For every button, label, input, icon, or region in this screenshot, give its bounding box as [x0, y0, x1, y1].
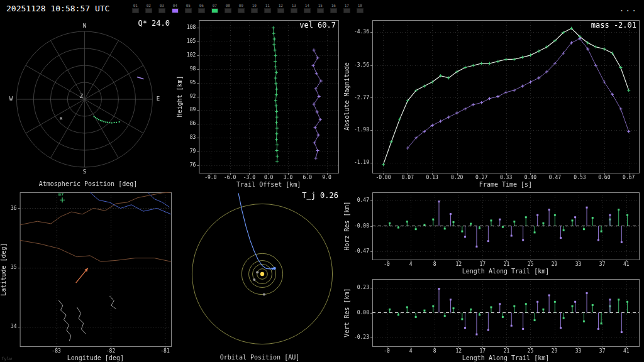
ground-map-chart: [0, 189, 176, 362]
station-state-box: [264, 8, 271, 13]
station-id-label: 09: [239, 3, 243, 8]
panel-atmospheric-position: [0, 16, 176, 189]
station-state-box: [158, 8, 165, 13]
timestamp: 20251128 10:58:57 UTC: [6, 4, 109, 13]
station-indicator-05[interactable]: 05: [184, 3, 192, 13]
station-indicator-02[interactable]: 02: [144, 3, 153, 13]
status-bar: 20251128 10:58:57 UTC 010203040506070809…: [0, 0, 644, 16]
station-state-box: [304, 8, 311, 13]
station-state-box: [185, 8, 192, 13]
panel-light-curve: [343, 16, 644, 189]
station-indicator-18[interactable]: 18: [355, 3, 364, 13]
station-state-box: [238, 8, 245, 13]
station-indicator-06[interactable]: 06: [197, 3, 206, 13]
station-indicator-04[interactable]: 04: [170, 3, 179, 13]
station-indicator-01[interactable]: 01: [131, 3, 140, 13]
vertical-residuals-chart: [343, 275, 644, 362]
station-indicator-16[interactable]: 16: [329, 3, 338, 13]
light-curve-chart: [343, 16, 644, 189]
overflow-menu-icon[interactable]: ...: [619, 4, 638, 13]
station-indicator-09[interactable]: 09: [236, 3, 245, 13]
horizontal-residuals-chart: [343, 189, 644, 275]
station-id-label: 07: [213, 3, 217, 8]
station-id-label: 05: [186, 3, 191, 8]
atmospheric-position-chart: [0, 16, 176, 189]
station-id-label: 17: [345, 3, 349, 8]
station-state-box: [172, 8, 179, 13]
station-indicator-03[interactable]: 03: [157, 3, 166, 13]
station-state-box: [211, 8, 218, 13]
station-id-label: 13: [292, 3, 296, 8]
station-id-label: 18: [358, 3, 362, 8]
station-state-box: [317, 8, 324, 13]
footer-tag: fylw: [1, 356, 12, 361]
station-indicator-08[interactable]: 08: [223, 3, 232, 13]
station-id-label: 01: [133, 3, 138, 8]
station-state-box: [343, 8, 350, 13]
station-id-label: 14: [305, 3, 309, 8]
station-id-label: 03: [160, 3, 164, 8]
station-id-label: 06: [199, 3, 204, 8]
station-indicator-12[interactable]: 12: [276, 3, 285, 13]
station-id-label: 10: [252, 3, 257, 8]
station-state-box: [330, 8, 337, 13]
station-indicator-10[interactable]: 10: [250, 3, 258, 13]
station-id-label: 04: [173, 3, 177, 8]
station-id-label: 11: [265, 3, 270, 8]
station-id-label: 12: [279, 3, 283, 8]
station-state-box: [277, 8, 284, 13]
panel-residuals: [343, 189, 644, 362]
station-id-label: 08: [226, 3, 230, 8]
station-state-box: [251, 8, 258, 13]
station-state-box: [132, 8, 139, 13]
station-state-box: [357, 8, 364, 13]
station-state-box: [225, 8, 231, 13]
station-state-box: [145, 8, 152, 13]
panel-grid: [0, 16, 644, 362]
panel-trail-offset: [176, 16, 343, 189]
panel-orbital-position: [176, 189, 343, 362]
station-state-box: [198, 8, 205, 13]
station-indicator-15[interactable]: 15: [316, 3, 325, 13]
station-indicator-14[interactable]: 14: [303, 3, 311, 13]
station-indicator-11[interactable]: 11: [263, 3, 272, 13]
panel-ground-map: [0, 189, 176, 362]
station-indicator-13[interactable]: 13: [289, 3, 298, 13]
station-list: 010203040506070809101112131415161718: [131, 3, 369, 13]
station-id-label: 02: [147, 3, 151, 8]
station-indicator-17[interactable]: 17: [342, 3, 351, 13]
station-indicator-07[interactable]: 07: [210, 3, 219, 13]
orbital-position-chart: [176, 189, 343, 362]
station-id-label: 16: [331, 3, 336, 8]
trail-offset-chart: [176, 16, 343, 189]
station-id-label: 15: [318, 3, 323, 8]
station-state-box: [291, 8, 297, 13]
